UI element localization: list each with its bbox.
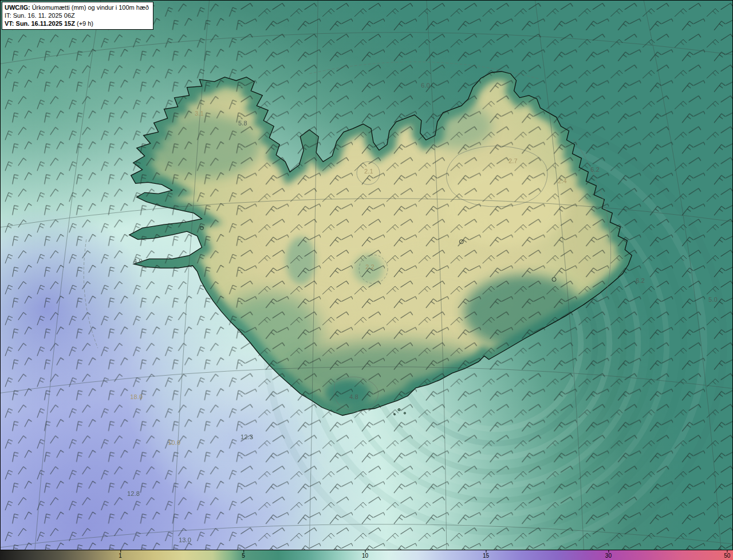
init-time: IT: Sun. 16. 11. 2025 06Z: [5, 11, 149, 19]
valid-time: VT: Sun. 16.11.2025 15Z (+9 h): [5, 19, 149, 27]
wind-barb-field: [1, 1, 732, 550]
title-box: UWC/IG: Úrkomumætti (mm) og vindur i 100…: [2, 2, 153, 30]
valid-time-offset: (+9 h): [75, 20, 93, 27]
product-code: UWC/IG:: [5, 4, 30, 11]
product-title: UWC/IG: Úrkomumætti (mm) og vindur i 100…: [5, 3, 149, 11]
product-desc: Úrkomumætti (mm) og vindur i 100m hæð: [30, 4, 149, 11]
weather-map-canvas: [1, 1, 732, 550]
map-area: 6.03.15.82.72.16.22.44.92.26.25.04.818.0…: [0, 0, 733, 550]
valid-time-main: VT: Sun. 16.11.2025 15Z: [5, 20, 75, 27]
weather-chart: 6.03.15.82.72.16.22.44.92.26.25.04.818.0…: [0, 0, 733, 560]
colorbar: [0, 550, 733, 560]
